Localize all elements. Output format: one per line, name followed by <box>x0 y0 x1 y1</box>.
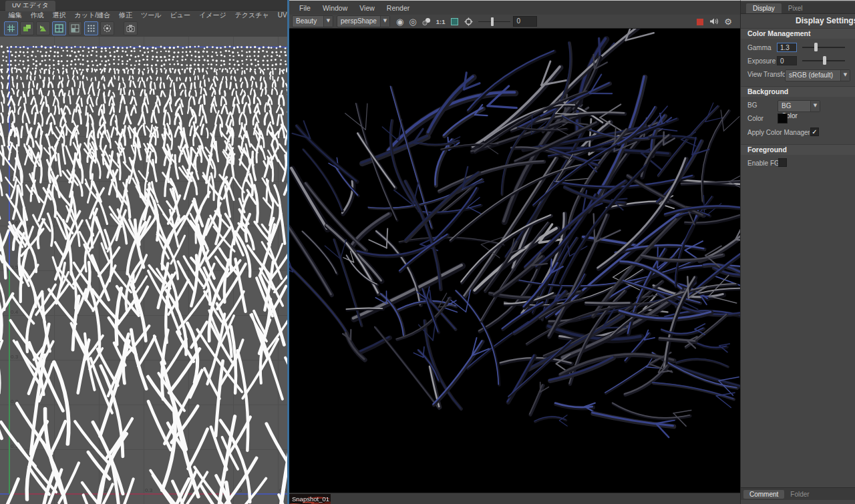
slider-handle[interactable] <box>823 56 826 65</box>
compare-spheres-icon[interactable] <box>422 17 431 26</box>
render-view-panel: File Window View Render Beauty ▼ perspSh… <box>289 0 740 504</box>
bg-value: BG Color <box>778 101 810 111</box>
view-transform-value: sRGB (default) <box>786 70 840 81</box>
menu-create[interactable]: 作成 <box>26 11 48 20</box>
menu-render[interactable]: Render <box>381 4 415 12</box>
uv-canvas[interactable] <box>0 37 289 504</box>
section-foreground: Foreground <box>741 144 855 155</box>
exposure-value-field[interactable]: 0 <box>513 16 537 27</box>
section-color-management: Color Management <box>741 28 855 39</box>
tab-comment[interactable]: Comment <box>743 490 784 499</box>
shade-uv-icon[interactable] <box>100 21 114 35</box>
render-view-toolbar: Beauty ▼ perspShape ▼ ◉ ◎ 1:1 0 <box>289 15 740 29</box>
chevron-down-icon: ▼ <box>323 16 333 27</box>
chevron-down-icon: ▼ <box>810 101 820 111</box>
view-transform-dropdown[interactable]: sRGB (default) ▼ <box>785 69 850 81</box>
tab-pixel[interactable]: Pixel <box>782 3 810 13</box>
tab-folder[interactable]: Folder <box>784 490 815 499</box>
settings-title: Display Settings <box>796 16 855 25</box>
menu-edit[interactable]: 編集 <box>4 11 26 20</box>
tab-display[interactable]: Display <box>746 3 782 13</box>
gamma-field[interactable]: 1.3 <box>777 43 797 52</box>
exposure-slider[interactable] <box>802 56 845 65</box>
uv-editor-tabstrip: UV エディタ <box>0 0 289 11</box>
render-pass-dropdown[interactable]: Beauty ▼ <box>292 15 333 27</box>
uv-editor-panel: UV エディタ 編集 作成 選択 カット/縫合 修正 ツール ビュー イメージ … <box>0 0 289 504</box>
menu-select[interactable]: 選択 <box>48 11 70 20</box>
menu-image[interactable]: イメージ <box>194 11 230 20</box>
menu-file[interactable]: File <box>293 4 317 12</box>
bg-dropdown[interactable]: BG Color ▼ <box>778 100 820 112</box>
apply-cm-label: Apply Color Management <box>747 129 810 136</box>
settings-bottom-tabbar: Comment Folder <box>741 487 855 500</box>
gamma-slider[interactable] <box>802 43 845 51</box>
chevron-down-icon: ▼ <box>840 70 850 81</box>
exposure-slider[interactable] <box>478 17 510 26</box>
gamma-label: Gamma <box>747 44 776 51</box>
snapshot-label: Snapshot_01 <box>292 495 329 503</box>
bg-color-label: Color <box>747 115 776 122</box>
bg-color-swatch[interactable] <box>778 113 788 123</box>
snap-grid-icon[interactable] <box>52 21 66 35</box>
record-icon[interactable] <box>697 19 703 25</box>
panel-divider[interactable] <box>287 0 289 504</box>
menu-modify[interactable]: 修正 <box>114 11 136 20</box>
zoom-1to1-label[interactable]: 1:1 <box>436 18 446 25</box>
toolbar-right-group: ⚙ <box>693 15 735 29</box>
dotted-grid-icon[interactable] <box>84 21 98 35</box>
flip-shell-icon[interactable] <box>36 21 50 35</box>
chevron-down-icon: ▼ <box>380 16 389 27</box>
uv-editor-toolbar <box>0 20 289 37</box>
settings-tabbar: Display Pixel <box>741 2 855 14</box>
snap-pixel-icon[interactable] <box>68 21 82 35</box>
menu-view[interactable]: View <box>353 4 381 12</box>
maya-workspace: UV エディタ 編集 作成 選択 カット/縫合 修正 ツール ビュー イメージ … <box>0 0 855 504</box>
menu-cut-sew[interactable]: カット/縫合 <box>70 11 114 20</box>
uv-snapshot-icon[interactable] <box>124 21 138 35</box>
layout-shells-icon[interactable] <box>20 21 34 35</box>
clip-display-icon[interactable] <box>451 18 458 25</box>
uv-editor-menubar: 編集 作成 選択 カット/縫合 修正 ツール ビュー イメージ テクスチャ UV… <box>0 11 289 20</box>
enable-fg-label: Enable FG <box>747 160 778 167</box>
exposure-label: Exposure <box>747 57 776 65</box>
slider-handle[interactable] <box>814 43 818 51</box>
menu-texture[interactable]: テクスチャ <box>230 11 273 20</box>
snapshot-strip: Snapshot_01 <box>289 493 740 504</box>
render-view-menubar: File Window View Render <box>289 1 740 15</box>
enable-fg-checkbox[interactable] <box>778 158 787 167</box>
grid-move-icon[interactable] <box>4 21 18 35</box>
wheel-icon[interactable] <box>464 17 473 26</box>
bg-label: BG <box>747 101 776 109</box>
uv-editor-tab[interactable]: UV エディタ <box>5 1 55 11</box>
menu-window[interactable]: Window <box>317 4 353 12</box>
apply-cm-checkbox[interactable]: ✓ <box>810 128 819 136</box>
render-viewport[interactable] <box>289 29 740 493</box>
menu-view[interactable]: ビュー <box>166 11 194 20</box>
display-settings-panel: Display Pixel Display Settings Color Man… <box>740 0 855 504</box>
ipr-pause-icon[interactable]: ◎ <box>409 17 416 26</box>
render-region-icon[interactable]: ◉ <box>396 17 403 26</box>
speaker-icon[interactable] <box>709 17 719 26</box>
exposure-field[interactable]: 0 <box>777 56 797 65</box>
render-pass-value: Beauty <box>293 16 323 27</box>
slider-handle[interactable] <box>491 17 494 26</box>
camera-dropdown[interactable]: perspShape ▼ <box>337 15 390 27</box>
gear-icon[interactable]: ⚙ <box>724 17 732 26</box>
camera-value: perspShape <box>337 16 380 27</box>
section-background: Background <box>741 86 855 97</box>
menu-tools[interactable]: ツール <box>136 11 165 20</box>
